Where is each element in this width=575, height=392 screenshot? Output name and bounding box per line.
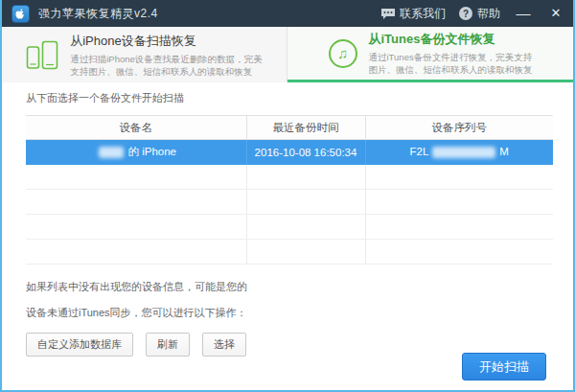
empty-table-row xyxy=(26,190,553,215)
notice-line-1: 如果列表中没有出现您的设备信息，可能是您的 xyxy=(26,280,549,294)
apple-icon xyxy=(15,8,26,20)
column-serial: 设备序列号 xyxy=(365,116,553,140)
itunes-music-icon: ♫ xyxy=(329,39,357,68)
tab-iphone-title: 从iPhone设备扫描恢复 xyxy=(70,33,263,50)
notice-line-2: 设备未通过iTunes同步，您可以进行以下操作： xyxy=(26,306,549,320)
redacted-device-name xyxy=(99,147,124,158)
close-button[interactable]: ✕ xyxy=(546,0,565,27)
serial-prefix: F2L xyxy=(410,146,429,157)
tab-bar: 从iPhone设备扫描恢复 通过扫描iPhone设备查找最近删除的数据，完美 支… xyxy=(2,27,573,82)
window-title: 强力苹果恢复精灵v2.4 xyxy=(38,6,158,22)
app-logo-icon xyxy=(12,5,30,23)
refresh-button[interactable]: 刷新 xyxy=(146,333,190,357)
empty-cell xyxy=(246,240,365,265)
tab-itunes-subtitle-2: 图片、微信、短信和联系人的读取和恢复 xyxy=(369,63,533,76)
tab-iphone-text: 从iPhone设备扫描恢复 通过扫描iPhone设备查找最近删除的数据，完美 支… xyxy=(70,33,263,78)
contact-us-button[interactable]: 联系我们 xyxy=(381,6,446,22)
tab-itunes-title: 从iTunes备份文件恢复 xyxy=(369,31,533,48)
empty-cell xyxy=(246,215,365,240)
backup-table: 设备名 最近备份时间 设备序列号 的 iPhone 2016-10-08 16:… xyxy=(26,115,553,265)
device-name-text: 的 iPhone xyxy=(127,146,176,157)
redacted-serial xyxy=(432,147,495,158)
tab-iphone-subtitle-2: 支持图片、微信、短信和联系人的读取和恢复 xyxy=(70,65,263,78)
serial-suffix: M xyxy=(499,146,509,157)
empty-cell xyxy=(365,240,553,265)
empty-cell xyxy=(246,190,365,215)
main-content: 从下面选择一个备份文件开始扫描 设备名 最近备份时间 设备序列号 的 iPhon… xyxy=(2,82,573,357)
empty-cell xyxy=(365,165,553,190)
minimize-button[interactable]: — xyxy=(514,0,533,27)
start-scan-button[interactable]: 开始扫描 xyxy=(462,353,546,380)
tab-iphone-subtitle-1: 通过扫描iPhone设备查找最近删除的数据，完美 xyxy=(70,53,263,65)
cell-device-name: 的 iPhone xyxy=(26,140,246,165)
empty-table-row xyxy=(26,240,553,265)
empty-cell xyxy=(246,165,365,190)
tab-itunes-restore[interactable]: ♫ 从iTunes备份文件恢复 通过iTunes备份文件进行恢复，完美支持 图片… xyxy=(288,27,573,82)
column-backup-time: 最近备份时间 xyxy=(246,116,365,140)
help-label: 帮助 xyxy=(477,6,500,22)
column-device-name: 设备名 xyxy=(26,116,246,140)
titlebar: 强力苹果恢复精灵v2.4 联系我们 ? 帮助 — ✕ xyxy=(2,0,573,27)
add-database-button[interactable]: 自定义添加数据库 xyxy=(26,333,133,357)
backup-row-selected[interactable]: 的 iPhone 2016-10-08 16:50:34 F2LM xyxy=(26,140,553,165)
empty-cell xyxy=(26,190,246,215)
tab-itunes-text: 从iTunes备份文件恢复 通过iTunes备份文件进行恢复，完美支持 图片、微… xyxy=(369,31,533,76)
iphone-devices-icon xyxy=(26,40,58,70)
empty-table-row xyxy=(26,215,553,240)
tab-itunes-subtitle-1: 通过iTunes备份文件进行恢复，完美支持 xyxy=(369,51,533,63)
contact-us-label: 联系我们 xyxy=(400,6,446,22)
empty-cell xyxy=(26,215,246,240)
help-button[interactable]: ? 帮助 xyxy=(459,6,500,22)
empty-cell xyxy=(365,190,553,215)
empty-table-row xyxy=(26,165,553,190)
app-window: 强力苹果恢复精灵v2.4 联系我们 ? 帮助 — ✕ xyxy=(0,0,575,392)
empty-cell xyxy=(26,240,246,265)
empty-cell xyxy=(365,215,553,240)
select-backup-hint: 从下面选择一个备份文件开始扫描 xyxy=(26,91,549,105)
empty-cell xyxy=(26,165,246,190)
table-header-row: 设备名 最近备份时间 设备序列号 xyxy=(26,116,553,140)
choose-button[interactable]: 选择 xyxy=(202,333,246,357)
cell-backup-time: 2016-10-08 16:50:34 xyxy=(246,140,365,165)
titlebar-actions: 联系我们 ? 帮助 — ✕ xyxy=(381,0,565,27)
chat-bubble-icon xyxy=(381,8,395,19)
cell-serial: F2LM xyxy=(365,140,553,165)
tab-iphone-scan[interactable]: 从iPhone设备扫描恢复 通过扫描iPhone设备查找最近删除的数据，完美 支… xyxy=(2,27,288,82)
help-icon: ? xyxy=(459,7,472,20)
